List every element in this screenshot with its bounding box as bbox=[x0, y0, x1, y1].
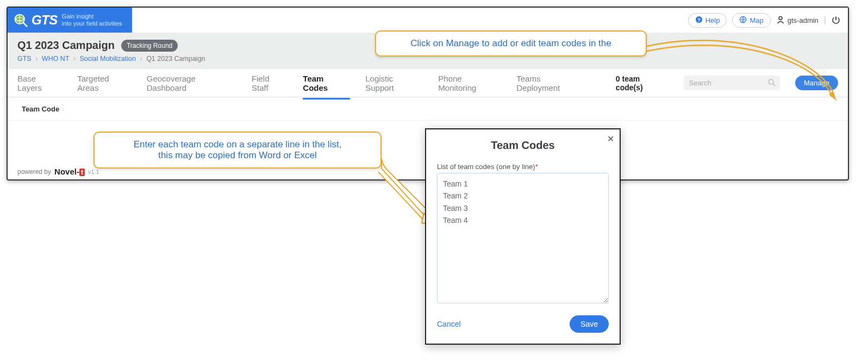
tab-targeted-areas[interactable]: Targeted Areas bbox=[77, 74, 132, 92]
team-code-count: 0 team code(s) bbox=[616, 74, 669, 92]
callout-manage-hint: Click on Manage to add or edit team code… bbox=[375, 30, 647, 57]
footer: powered by Novel-t v1.1 bbox=[17, 167, 99, 176]
tab-logistic-support[interactable]: Logistic Support bbox=[365, 74, 423, 92]
tabs-bar: Base Layers Targeted Areas Geocoverage D… bbox=[8, 69, 848, 97]
cancel-button[interactable]: Cancel bbox=[437, 320, 461, 328]
sort-down-icon: ↓ bbox=[61, 106, 64, 112]
topbar: GTS Gain insight into your field activit… bbox=[8, 8, 848, 33]
brand-block: GTS Gain insight into your field activit… bbox=[8, 8, 132, 33]
tab-teams-deployment[interactable]: Teams Deployment bbox=[516, 74, 585, 92]
modal-field-label: List of team codes (one by line)* bbox=[437, 163, 609, 171]
svg-text:?: ? bbox=[697, 16, 701, 22]
tab-base-layers[interactable]: Base Layers bbox=[17, 74, 62, 92]
brand-tagline: Gain insight into your field activities bbox=[62, 13, 122, 27]
tab-phone-monitoring[interactable]: Phone Monitoring bbox=[438, 74, 501, 92]
chevron-right-icon: › bbox=[35, 55, 38, 63]
help-icon: ? bbox=[695, 16, 703, 25]
breadcrumb-item[interactable]: WHO NT bbox=[42, 55, 69, 63]
status-badge: Tracking Round bbox=[121, 40, 178, 52]
table-header: Team Code ↓ bbox=[8, 97, 848, 121]
tab-team-codes[interactable]: Team Codes bbox=[303, 74, 350, 99]
save-button[interactable]: Save bbox=[570, 315, 609, 333]
company-name: Novel- bbox=[54, 167, 79, 176]
breadcrumb-current: Q1 2023 Campaign bbox=[146, 55, 205, 63]
topbar-actions: ? Help Map gts-admin | bbox=[688, 13, 848, 28]
modal-title: Team Codes bbox=[437, 139, 609, 152]
help-button[interactable]: ? Help bbox=[688, 13, 727, 28]
team-codes-textarea[interactable] bbox=[437, 173, 609, 303]
column-team-code[interactable]: Team Code ↓ bbox=[22, 105, 64, 113]
chevron-right-icon: › bbox=[73, 55, 76, 63]
svg-point-8 bbox=[769, 79, 773, 84]
logout-icon[interactable] bbox=[832, 16, 840, 24]
search-wrap bbox=[684, 76, 780, 90]
callout-textarea-hint: Enter each team code on a separate line … bbox=[93, 132, 382, 169]
search-input[interactable] bbox=[684, 76, 780, 90]
close-icon[interactable]: ✕ bbox=[607, 134, 614, 144]
svg-line-9 bbox=[773, 84, 775, 86]
current-user[interactable]: gts-admin bbox=[776, 15, 819, 26]
brand-name: GTS bbox=[32, 13, 58, 28]
team-codes-modal: ✕ Team Codes List of team codes (one by … bbox=[425, 128, 621, 345]
globe-magnifier-icon bbox=[13, 13, 28, 28]
page-title: Q1 2023 Campaign bbox=[17, 39, 115, 52]
svg-point-5 bbox=[779, 16, 782, 20]
chevron-right-icon: › bbox=[140, 55, 142, 63]
search-icon bbox=[768, 79, 776, 86]
tab-field-staff[interactable]: Field Staff bbox=[252, 74, 288, 92]
tab-geocoverage-dashboard[interactable]: Geocoverage Dashboard bbox=[147, 74, 236, 92]
version-label: v1.1 bbox=[88, 169, 99, 175]
breadcrumb-item[interactable]: GTS bbox=[17, 55, 32, 63]
svg-line-1 bbox=[23, 22, 27, 26]
breadcrumb-item[interactable]: Social Mobilization bbox=[79, 55, 136, 63]
company-suffix: t bbox=[79, 169, 85, 176]
map-button[interactable]: Map bbox=[732, 13, 770, 28]
manage-button[interactable]: Manage bbox=[795, 76, 838, 90]
user-icon bbox=[776, 15, 785, 26]
globe-icon bbox=[739, 16, 747, 25]
